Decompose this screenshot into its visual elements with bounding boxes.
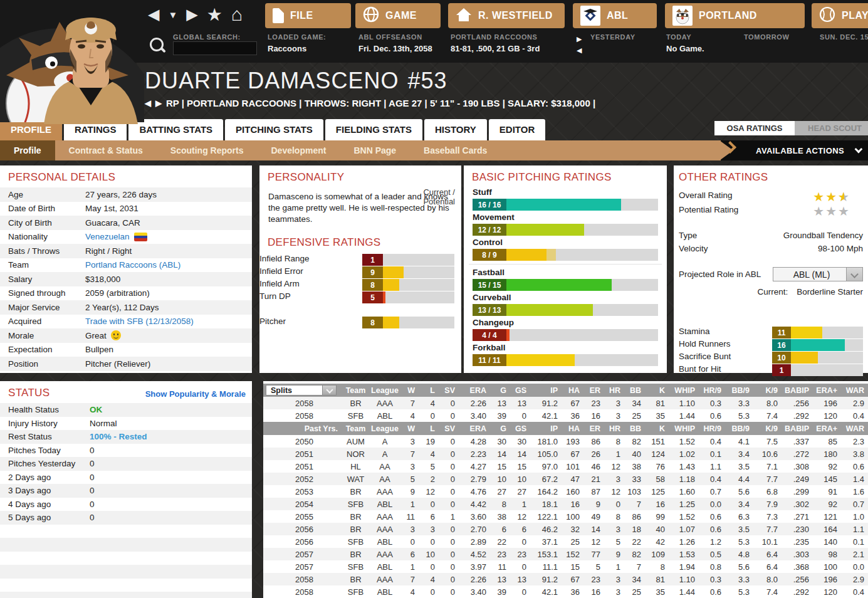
stats-cell: 1 (510, 498, 530, 510)
rating-label: Infield Arm (259, 279, 300, 288)
rating-label: Fastball (473, 268, 505, 277)
menu-play-button[interactable]: PLAY (812, 3, 868, 28)
next-player-icon[interactable]: ▶ (155, 98, 162, 108)
overall-stars: ★★★★ (813, 191, 849, 203)
status-row: Pitches Yesterday0 (0, 457, 252, 471)
stats-cell: .230 (782, 523, 813, 535)
forward-icon[interactable]: ▶ (186, 6, 197, 23)
stats-row: 2051HLAA3504.27151597.0101461238761.431.… (263, 460, 868, 473)
stats-cell: 0 (400, 535, 419, 548)
rating-value-badge: 5 (362, 291, 383, 303)
stats-cell: 1.1 (841, 523, 868, 535)
potential-rating-row: Potential Rating ★★★ (679, 205, 863, 214)
stats-cell: 1.60 (669, 485, 699, 498)
stats-cell: 15 (562, 560, 583, 573)
detail-link[interactable]: Trade with SFB (12/13/2058) (85, 317, 194, 326)
stats-cell: 12 (604, 485, 624, 498)
tab-pitching-stats[interactable]: PITCHING STATS (225, 119, 323, 140)
portrait-zone (0, 0, 144, 122)
stats-cell: 3.4 (725, 498, 753, 510)
menu-manager-button[interactable]: R. WESTFIELD (448, 3, 565, 28)
stats-cell: 30 (510, 435, 530, 448)
tab-fielding-stats[interactable]: FIELDING STATS (325, 119, 422, 140)
stats-cell: 6.4 (753, 548, 782, 560)
next-game-icon[interactable]: ▶ (577, 35, 582, 43)
tab-editor[interactable]: EDITOR (489, 119, 545, 140)
stats-cell: 2052 (263, 473, 342, 485)
stats-cell: AAA (370, 548, 400, 560)
detail-label: Team (8, 260, 85, 270)
stats-col-k9: K/9 (753, 422, 782, 435)
subtab-contract-status[interactable]: Contract & Status (55, 140, 157, 160)
menu-league-button[interactable]: ABL (573, 3, 657, 28)
rating-bar: 12 / 12 (473, 224, 658, 236)
subtab-scouting-reports[interactable]: Scouting Reports (157, 140, 258, 160)
status-value: 100% - Rested (90, 432, 147, 441)
stats-cell: 47 (562, 473, 583, 485)
stats-header-row: Past Yrs.TeamLeagueWLSVERAGGSIPHAERHRBBK… (263, 422, 868, 435)
subtab-bnn-page[interactable]: BNN Page (340, 140, 410, 160)
status-row: Injury HistoryNormal (0, 417, 252, 431)
prev-game-icon[interactable]: ◀ (577, 46, 582, 55)
stats-cell: 3 (604, 409, 624, 422)
stats-cell: BR (342, 510, 370, 523)
stats-cell: A (370, 448, 400, 460)
subtab-development[interactable]: Development (257, 140, 340, 160)
stats-cell: 3.40 (459, 585, 490, 598)
osa-ratings-button[interactable]: OSA RATINGS (714, 121, 795, 135)
stats-cell: 0 (510, 409, 530, 422)
stats-cell: ABL (370, 535, 400, 548)
head-scout-button[interactable]: HEAD SCOUT (795, 121, 868, 135)
show-popularity-link[interactable]: Show Popularity & Morale (145, 389, 246, 399)
stats-cell: 124 (645, 448, 669, 460)
global-search-input[interactable] (173, 41, 257, 55)
home-icon[interactable]: ⌂ (231, 4, 243, 25)
favorites-star-icon[interactable]: ★ (207, 4, 222, 25)
stats-cell: 9 (400, 485, 419, 498)
status-row: 2 Days ago0 (0, 471, 252, 485)
menu-file-button[interactable]: FILE (265, 3, 351, 28)
detail-text: 27 years, 226 days (85, 190, 157, 199)
stats-cell: 2.3 (841, 435, 868, 448)
search-icon[interactable] (149, 36, 167, 55)
tab-history[interactable]: HISTORY (424, 119, 487, 140)
stats-cell: 42 (645, 535, 669, 548)
stats-cell: .292 (782, 409, 813, 422)
detail-row: Signed through2059 (arbitration) (0, 286, 252, 301)
subtab-profile[interactable]: Profile (0, 140, 55, 160)
scout-toggle: OSA RATINGS HEAD SCOUT (714, 121, 868, 135)
stats-cell: 4 (419, 448, 439, 460)
menu-team-button[interactable]: PORTLAND (665, 3, 805, 28)
stats-cell: 32 (562, 523, 583, 535)
stats-col-k9: K/9 (753, 384, 782, 397)
stats-cell: 92 (813, 460, 841, 473)
available-actions-bar[interactable]: AVAILABLE ACTIONS (721, 140, 868, 160)
menu-game-button[interactable]: GAME (355, 3, 441, 28)
stats-row: 2050AUMA31904.283030181.0193868821511.52… (263, 435, 868, 448)
stats-cell: 9 (604, 548, 624, 560)
stats-cell: 153.1 (530, 548, 562, 560)
rating-row-bunt-for-hit: Bunt for Hit1 (674, 364, 868, 376)
stats-cell: 7.4 (753, 585, 782, 598)
stats-row: 2052WATAA5202.79101067.24721333581.180.4… (263, 473, 868, 485)
stats-cell: 18 (624, 523, 645, 535)
stats-cell: 0.6 (699, 510, 725, 523)
stats-cell: 0 (419, 409, 439, 422)
back-icon[interactable]: ◀ (148, 6, 159, 23)
rating-row-: 15 / 15 (464, 279, 667, 291)
stats-cell: 2.9 (841, 397, 868, 409)
stats-cell: 38 (624, 460, 645, 473)
history-dropdown-icon[interactable]: ▼ (168, 9, 177, 20)
stats-cell: 6 (510, 523, 530, 535)
projected-role-dropdown[interactable]: ABL (ML) (773, 267, 863, 281)
stats-cell: 0 (439, 573, 459, 585)
stats-cell: 13 (490, 397, 510, 409)
abl-logo-icon (580, 6, 600, 26)
subtab-baseball-cards[interactable]: Baseball Cards (410, 140, 501, 160)
stats-cell: SFB (342, 585, 370, 598)
detail-row: ExpectationBullpen (0, 343, 252, 357)
splits-dropdown[interactable]: Splits (266, 385, 337, 396)
stats-cell: 1.94 (669, 560, 699, 573)
detail-link[interactable]: Venezuelan (85, 232, 130, 241)
detail-link[interactable]: Portland Raccoons (ABL) (85, 260, 180, 270)
